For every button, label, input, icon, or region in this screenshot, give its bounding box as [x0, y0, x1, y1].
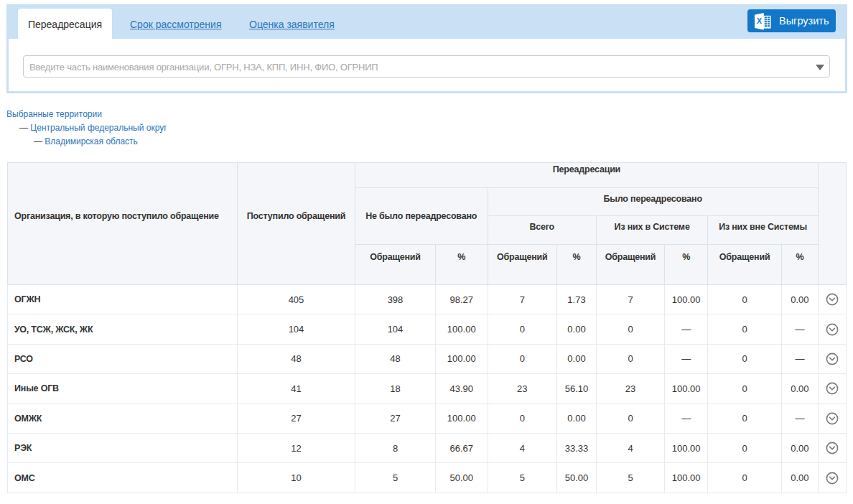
svg-text:X: X — [757, 17, 762, 25]
